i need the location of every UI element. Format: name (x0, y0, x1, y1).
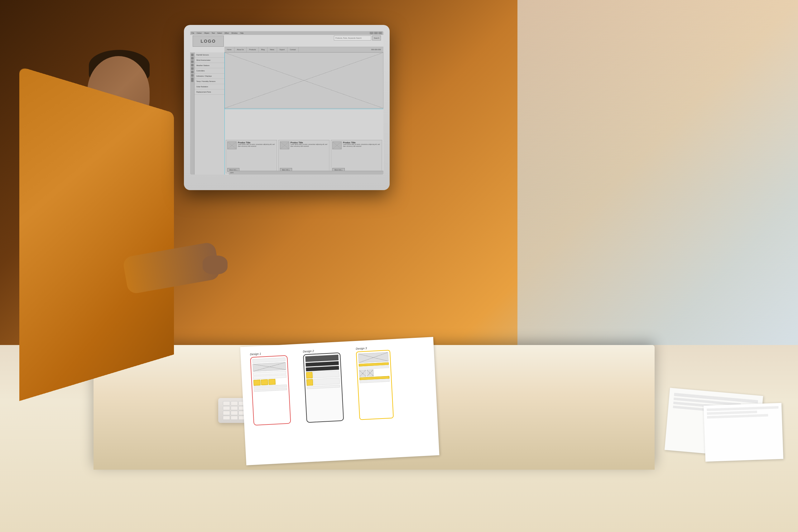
sketch-design-3: Design 3 (356, 345, 403, 420)
imac-screen: File Colour Object Text Select Effect Wi… (190, 31, 383, 174)
sketch-3-phone (356, 350, 394, 420)
menu-object[interactable]: Object (204, 32, 209, 34)
toolbar-gradient-icon[interactable] (191, 71, 194, 73)
product-1-title: Produc Title (238, 141, 276, 144)
card-2-text: Produc Title Lorem ipsum dolor sit amet,… (290, 141, 328, 147)
menu-text[interactable]: Text (212, 32, 215, 34)
hero-image-placeholder (225, 52, 383, 109)
menu-item-indicators[interactable]: Indicators / Displays (194, 74, 225, 79)
menu-item-wind[interactable]: Wind Anemometer (194, 58, 225, 63)
menu-item-solar[interactable]: Solar Radiation (194, 84, 225, 90)
product-2-desc: Lorem ipsum dolor sit amet, consectetur … (290, 144, 328, 147)
product-3-desc: Lorem ipsum dolor sit amet, consectetur … (343, 144, 381, 147)
design-sketches-paper: Design 1 Design 2 (240, 337, 439, 465)
product-3-image (332, 141, 342, 149)
menu-colour[interactable]: Colour (197, 32, 202, 34)
nav-about[interactable]: About Us (234, 47, 247, 52)
navigation-bar: Home About Us Products Blog News Suport … (225, 47, 383, 52)
app-menubar: File Colour Object Text Select Effect Wi… (190, 31, 383, 35)
website-logo: LOGO (193, 36, 224, 47)
screen-content: File Colour Object Text Select Effect Wi… (190, 31, 383, 174)
menu-window[interactable]: Window (231, 32, 238, 34)
window-light (517, 0, 798, 374)
product-1-desc: Lorem ipsum dolor sit amet, consectetur … (238, 144, 276, 147)
product-2-image (280, 141, 289, 149)
sketch-design-2: Design 2 (303, 347, 356, 423)
search-button[interactable]: Search (372, 36, 381, 40)
nav-contact[interactable]: Contact (287, 47, 299, 52)
menu-item-weather-stations[interactable]: Weather Stations (194, 63, 225, 68)
maximize-button[interactable]: □ (374, 32, 378, 34)
toolbar-color-swatch[interactable] (191, 78, 194, 82)
product-3-title: Produc Title (343, 141, 381, 144)
toolbar-arrow-icon[interactable] (191, 54, 194, 56)
product-card-2: Produc Title Lorem ipsum dolor sit amet,… (278, 140, 330, 173)
image-placeholder-x (225, 53, 383, 108)
product-2-image-x (280, 142, 289, 149)
person-hand (203, 255, 228, 274)
main-content: Produc Title Lorem ipsum dolor sit amet,… (225, 52, 383, 174)
product-card-1: Produc Title Lorem ipsum dolor sit amet,… (226, 140, 277, 173)
sketch-1-phone (250, 355, 291, 426)
phone-number: 000-000-000 (369, 49, 383, 51)
card-1-text: Produc Title Lorem ipsum dolor sit amet,… (238, 141, 276, 147)
menu-effect[interactable]: Effect (225, 32, 229, 34)
product-3-image-x (332, 142, 341, 149)
products-row: Produc Title Lorem ipsum dolor sit amet,… (225, 139, 383, 174)
card-1-top: Produc Title Lorem ipsum dolor sit amet,… (227, 141, 276, 149)
close-button[interactable]: × (378, 32, 382, 34)
sketch-2-label: Design 2 (303, 347, 353, 353)
toolbar-shape-icon[interactable] (191, 64, 194, 66)
nav-products[interactable]: Products (247, 47, 259, 52)
product-1-image (227, 141, 236, 149)
toolbar-pen-icon[interactable] (191, 57, 194, 59)
person-body (19, 66, 174, 401)
menu-item-controllers[interactable]: Controllers (194, 68, 225, 74)
window-controls: _ □ × (370, 32, 382, 34)
design-toolbar (190, 52, 194, 174)
nav-blog[interactable]: Blog (259, 47, 267, 52)
product-card-3: Produc Title Lorem ipsum dolor sit amet,… (331, 140, 382, 173)
nav-support[interactable]: Suport (277, 47, 287, 52)
sketch-1-label: Design 1 (250, 350, 300, 356)
card-3-top: Produc Title Lorem ipsum dolor sit amet,… (332, 141, 381, 149)
product-2-title: Produc Title (290, 141, 328, 144)
nav-news[interactable]: News (267, 47, 277, 52)
sketch-3-label: Design 3 (356, 345, 399, 350)
menu-file[interactable]: File (191, 32, 194, 34)
toolbar-zoom-icon[interactable] (191, 67, 194, 70)
card-3-text: Produc Title Lorem ipsum dolor sit amet,… (343, 141, 381, 147)
card-2-top: Produc Title Lorem ipsum dolor sit amet,… (280, 141, 328, 149)
status-bar: 100% (229, 171, 383, 174)
search-input[interactable]: Products, Parts, Keywords Search (334, 36, 371, 40)
sidebar-menu: Rainfall Sensors Wind Anemometer Weather… (194, 52, 225, 174)
product-1-image-x (228, 142, 236, 149)
status-text: 100% (230, 172, 234, 174)
nav-home[interactable]: Home (225, 47, 234, 52)
search-area: Products, Parts, Keywords Search Search (334, 36, 381, 40)
menu-help[interactable]: Help (240, 32, 244, 34)
small-paper-2 (704, 403, 783, 462)
menu-item-humidity[interactable]: Temp / Humidity Sensors (194, 79, 225, 84)
menu-item-rainfall[interactable]: Rainfall Sensors (194, 52, 225, 58)
sketch-2-phone (303, 353, 344, 423)
minimize-button[interactable]: _ (370, 32, 374, 34)
sketch-design-1: Design 1 (250, 350, 303, 426)
sketch-area: Design 1 Design 2 (250, 344, 430, 456)
menu-select[interactable]: Select (217, 32, 222, 34)
toolbar-text-icon[interactable] (191, 60, 194, 63)
menu-item-replacement[interactable]: Replacement Parts (194, 90, 225, 95)
toolbar-eyedropper-icon[interactable] (191, 74, 194, 77)
